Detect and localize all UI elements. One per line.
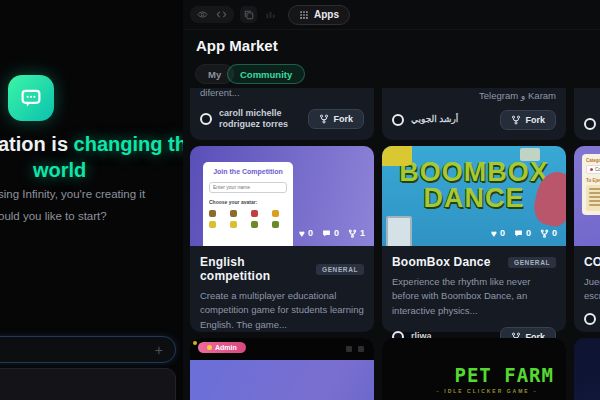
page-title: App Market (196, 37, 278, 54)
cards-grid: aprender ortografía. El jugador explora … (183, 88, 600, 400)
preview-text-box (586, 185, 600, 211)
app-card-telegram[interactable]: ...يكون كامل الميزات - تسجيل دخول بـ Kar… (382, 88, 566, 140)
card-preview[interactable]: PET FARM ~ IDLE CLICKER GAME ~ (382, 338, 566, 400)
hero-headline: ation is changing the world (0, 131, 183, 184)
preview-toolbar-icon (358, 346, 364, 352)
avatar-option (251, 210, 258, 217)
app-card-admin-app[interactable]: Admin (190, 338, 374, 400)
admin-button-label: Admin (215, 344, 237, 351)
preview-category-label: Categoría d (586, 158, 600, 163)
fork-icon (540, 229, 549, 238)
avatar (392, 114, 404, 126)
heart-icon: ♥ (299, 229, 305, 238)
app-card-english-competition[interactable]: Join the Competition Choose your avatar:… (190, 146, 374, 332)
card-preview[interactable]: Categoría d Coherenc Tu Ejercicio (574, 146, 600, 246)
like-count: 0 (308, 228, 313, 238)
card-author: أرشد الجوبي (411, 114, 500, 125)
card-preview[interactable]: Join the Competition Choose your avatar:… (190, 146, 374, 246)
card-stats: ♥0 0 1 (299, 228, 365, 238)
chat-logo (8, 75, 54, 121)
fork-button[interactable]: Fork (308, 109, 364, 129)
painting-decor (386, 216, 412, 246)
preview-game-subtitle: ~ IDLE CLICKER GAME ~ (436, 388, 538, 394)
left-chat-panel: ation is changing the world sing Infinit… (0, 0, 183, 400)
preview-join-card: Join the Competition Choose your avatar: (203, 162, 293, 246)
avatar (584, 118, 596, 130)
preview-game-subtitle-text: IDLE CLICKER GAME (444, 388, 529, 394)
fork-button-label: Fork (333, 114, 353, 124)
app-card-pet-farm[interactable]: PET FARM ~ IDLE CLICKER GAME ~ (382, 338, 566, 400)
headline-green-part2: world (33, 157, 183, 183)
card-description-line2: escribi (584, 289, 600, 303)
avatar-option (272, 221, 279, 228)
crown-icon (207, 345, 212, 350)
comment-count: 0 (526, 228, 531, 238)
preview-game-title: PET FARM (454, 364, 554, 386)
comment-icon (322, 229, 331, 238)
avatar-option (230, 210, 237, 217)
toolbar-group (190, 6, 234, 23)
dot-icon (590, 168, 593, 171)
fork-count: 0 (552, 228, 557, 238)
stats-icon[interactable] (265, 9, 276, 20)
plus-icon[interactable]: + (155, 341, 163, 359)
app-market-panel: Apps App Market My Community aprender or… (183, 0, 600, 400)
preview-avatar-label: Choose your avatar: (209, 199, 287, 205)
category-badge: GENERAL (508, 257, 556, 268)
avatar-option (209, 210, 216, 217)
copy-icon[interactable] (240, 6, 257, 23)
preview-dropdown: Coherenc (586, 165, 600, 174)
app-card-spelling[interactable]: aprender ortografía. El jugador explora … (190, 88, 374, 140)
preview-gradient (190, 360, 374, 400)
preview-name-input (209, 182, 287, 193)
apps-button-label: Apps (314, 9, 339, 20)
avatar-option (272, 210, 279, 217)
card-description: ...يكون كامل الميزات - تسجيل دخول بـ Kar… (392, 88, 556, 103)
fork-count: 1 (360, 228, 365, 238)
prompt-input[interactable]: + (0, 336, 176, 363)
avatar (584, 313, 596, 325)
card-preview[interactable]: BOOMBOX DANCE ♥0 0 0 (382, 146, 566, 246)
fork-button-label: Fork (525, 115, 545, 125)
card-title: English competition (200, 255, 316, 283)
chat-bubble-icon (19, 86, 43, 110)
topbar: Apps (183, 0, 600, 30)
prompt-toolbar-panel (0, 368, 176, 400)
preview-dropdown-value: Coherenc (595, 167, 600, 172)
apps-button[interactable]: Apps (288, 5, 350, 25)
dot-icon (193, 341, 197, 345)
spongebob-figure (382, 146, 412, 166)
avatar (200, 113, 212, 125)
avatar-grid (209, 210, 287, 228)
fork-icon (348, 229, 357, 238)
admin-button[interactable]: Admin (198, 342, 246, 353)
map-decor (520, 148, 540, 161)
app-card-boombox-dance[interactable]: BOOMBOX DANCE ♥0 0 0 (382, 146, 566, 332)
avatar-option (209, 221, 216, 228)
fork-icon (511, 115, 521, 125)
app-card-night[interactable] (574, 338, 600, 400)
tab-community[interactable]: Community (227, 64, 305, 84)
app-card-cut-top[interactable]: Ke (574, 88, 600, 140)
headline-white-part: ation is (0, 133, 74, 155)
eye-icon[interactable] (197, 9, 208, 20)
card-description: Create a multiplayer educational competi… (200, 289, 364, 332)
preview-heading: Join the Competition (209, 168, 287, 175)
code-icon[interactable] (216, 9, 227, 20)
headline-green-part: changing the (74, 133, 183, 155)
card-title: BoomBox Dance (392, 255, 491, 269)
card-description: Juego p escribi (584, 275, 600, 304)
fork-button[interactable]: Fork (500, 110, 556, 130)
card-author: caroll michelle rodriguez torres (219, 108, 308, 131)
preview-exercise-label: Tu Ejercicio (586, 178, 600, 183)
app-card-coherencia[interactable]: Categoría d Coherenc Tu Ejercicio COHE (574, 146, 600, 332)
preview-exercise-panel: Categoría d Coherenc Tu Ejercicio (582, 154, 600, 215)
card-description: aprender ortografía. El jugador explora … (200, 88, 364, 101)
card-preview[interactable]: Admin (190, 338, 374, 400)
grid-icon (299, 10, 309, 20)
card-preview[interactable] (574, 338, 600, 400)
card-description-line1: Juego p (584, 275, 600, 289)
fork-icon (319, 114, 329, 124)
comment-icon (514, 229, 523, 238)
hero-subtitle-2: ould you like to start? (0, 210, 107, 222)
